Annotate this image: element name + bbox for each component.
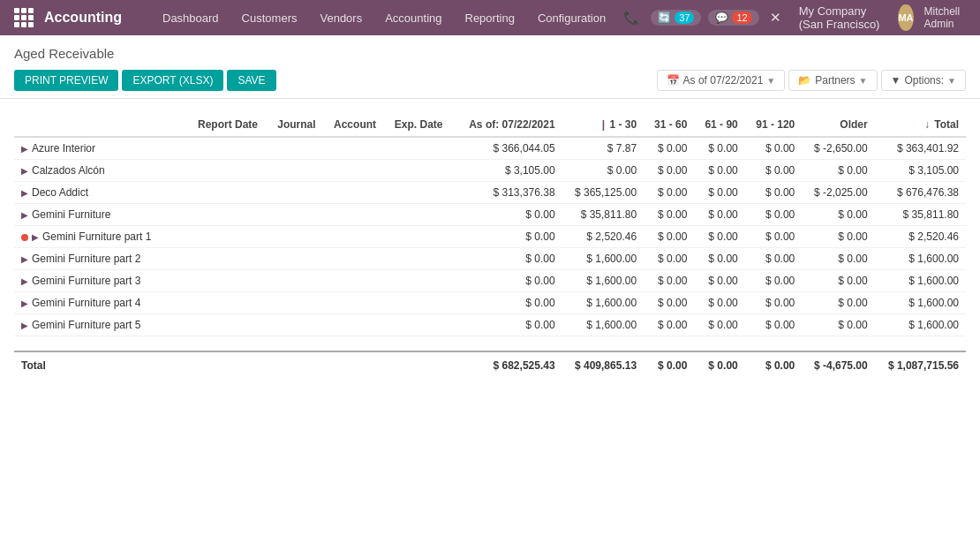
apps-icon[interactable] bbox=[14, 8, 34, 27]
user-name[interactable]: Mitchell Admin bbox=[921, 2, 967, 34]
cell-col_91_120: $ 0.00 bbox=[745, 314, 803, 336]
activity-button[interactable]: 🔄 37 bbox=[651, 10, 701, 26]
table-row: ▶Calzados Alcón$ 3,105.00$ 0.00$ 0.00$ 0… bbox=[14, 160, 966, 182]
options-filter-button[interactable]: ▼ Options: ▼ bbox=[881, 70, 967, 91]
cell-total: $ 1,600.00 bbox=[875, 248, 966, 270]
cell-older: $ 0.00 bbox=[802, 204, 874, 226]
cell-as_of: $ 0.00 bbox=[455, 204, 562, 226]
row-name-label: Gemini Furniture part 3 bbox=[32, 275, 140, 287]
cell-col-2 bbox=[327, 314, 388, 336]
cell-total: $ 676,476.38 bbox=[875, 182, 966, 204]
cell-name[interactable]: ▶Gemini Furniture bbox=[14, 204, 191, 226]
cell-total: $ 2,520.46 bbox=[875, 226, 966, 248]
col-header-total[interactable]: ↓ Total bbox=[875, 113, 966, 137]
alert-dot bbox=[21, 234, 28, 241]
date-caret-icon: ▼ bbox=[766, 76, 775, 86]
avatar[interactable]: MA bbox=[898, 4, 913, 31]
cell-col-1 bbox=[270, 137, 327, 160]
table-row: ▶Gemini Furniture part 1$ 0.00$ 2,520.46… bbox=[14, 226, 966, 248]
cell-col-1 bbox=[270, 160, 327, 182]
nav-item-accounting[interactable]: Accounting bbox=[374, 0, 452, 35]
nav-menu: Dashboard Customers Vendors Accounting R… bbox=[152, 0, 616, 35]
cell-col_1_30: $ 7.87 bbox=[562, 137, 644, 160]
row-name-label: Gemini Furniture bbox=[32, 208, 110, 221]
expand-icon[interactable]: ▶ bbox=[21, 188, 28, 198]
expand-icon[interactable]: ▶ bbox=[21, 210, 28, 220]
aged-receivable-table: Report Date Journal Account Exp. Date As… bbox=[14, 113, 966, 376]
cell-older: $ 0.00 bbox=[802, 270, 874, 292]
nav-right-section: 📞 🔄 37 💬 12 ✕ My Company (San Francisco)… bbox=[620, 2, 973, 34]
cell-as_of: $ 3,105.00 bbox=[455, 160, 562, 182]
col-1-30-sort-icon: | bbox=[602, 118, 605, 131]
expand-icon[interactable]: ▶ bbox=[21, 144, 28, 154]
nav-item-reporting[interactable]: Reporting bbox=[455, 0, 525, 35]
message-icon: 💬 bbox=[715, 11, 728, 24]
cell-name[interactable]: ▶Gemini Furniture part 2 bbox=[14, 248, 191, 270]
cell-col-3 bbox=[388, 270, 455, 292]
expand-icon[interactable]: ▶ bbox=[21, 166, 28, 176]
phone-icon[interactable]: 📞 bbox=[620, 6, 644, 29]
close-icon[interactable]: ✕ bbox=[766, 6, 785, 29]
cell-older: $ 0.00 bbox=[802, 248, 874, 270]
nav-item-vendors[interactable]: Vendors bbox=[309, 0, 373, 35]
table-row: ▶Gemini Furniture part 4$ 0.00$ 1,600.00… bbox=[14, 292, 966, 314]
expand-icon[interactable]: ▶ bbox=[21, 276, 28, 286]
cell-as_of: $ 0.00 bbox=[455, 314, 562, 336]
cell-col-2 bbox=[327, 204, 388, 226]
expand-icon[interactable]: ▶ bbox=[21, 298, 28, 308]
expand-icon[interactable]: ▶ bbox=[32, 232, 39, 242]
cell-name[interactable]: ▶Azure Interior bbox=[14, 137, 191, 160]
cell-col-0 bbox=[191, 314, 270, 336]
page-title: Aged Receivable bbox=[14, 46, 966, 61]
cell-name[interactable]: ▶Gemini Furniture part 5 bbox=[14, 314, 191, 336]
app-logo[interactable]: Accounting bbox=[7, 8, 148, 27]
partners-filter-button[interactable]: 📂 Partners ▼ bbox=[788, 70, 877, 91]
cell-col-1 bbox=[270, 248, 327, 270]
cell-name[interactable]: ▶Gemini Furniture part 3 bbox=[14, 270, 191, 292]
date-filter-button[interactable]: 📅 As of 07/22/2021 ▼ bbox=[657, 70, 786, 91]
folder-icon: 📂 bbox=[798, 74, 811, 87]
cell-col_91_120: $ 0.00 bbox=[745, 204, 803, 226]
col-header-91-120: 91 - 120 bbox=[745, 113, 803, 137]
cell-col-3 bbox=[388, 160, 455, 182]
save-button[interactable]: SAVE bbox=[227, 70, 275, 91]
row-name-label: Gemini Furniture part 2 bbox=[32, 253, 140, 265]
partners-caret-icon: ▼ bbox=[859, 76, 868, 86]
cell-older: $ -2,025.00 bbox=[802, 182, 874, 204]
company-label[interactable]: My Company (San Francisco) bbox=[792, 4, 892, 31]
options-filter-label: Options: bbox=[904, 74, 944, 87]
cell-col_31_60: $ 0.00 bbox=[644, 160, 694, 182]
total-label: Total bbox=[14, 351, 455, 376]
expand-icon[interactable]: ▶ bbox=[21, 321, 28, 330]
row-name-label: Gemini Furniture part 5 bbox=[32, 319, 140, 331]
cell-name[interactable]: ▶Deco Addict bbox=[14, 182, 191, 204]
cell-older: $ 0.00 bbox=[802, 160, 874, 182]
col-header-older: Older bbox=[802, 113, 874, 137]
nav-item-configuration[interactable]: Configuration bbox=[527, 0, 616, 35]
expand-icon[interactable]: ▶ bbox=[21, 254, 28, 264]
cell-older: $ 0.00 bbox=[802, 314, 874, 336]
messages-button[interactable]: 💬 12 bbox=[708, 10, 758, 26]
nav-item-customers[interactable]: Customers bbox=[231, 0, 308, 35]
cell-name[interactable]: ▶Gemini Furniture part 1 bbox=[14, 226, 191, 248]
table-row: ▶Azure Interior$ 366,044.05$ 7.87$ 0.00$… bbox=[14, 137, 966, 160]
col-header-1-30[interactable]: | 1 - 30 bbox=[562, 113, 644, 137]
nav-item-dashboard[interactable]: Dashboard bbox=[152, 0, 230, 35]
cell-total: $ 363,401.92 bbox=[875, 137, 966, 160]
row-name-label: Azure Interior bbox=[32, 142, 95, 155]
activity-icon: 🔄 bbox=[658, 11, 671, 24]
total-cell-older: $ -4,675.00 bbox=[802, 351, 874, 376]
cell-col-1 bbox=[270, 182, 327, 204]
cell-as_of: $ 0.00 bbox=[455, 226, 562, 248]
report-container: Report Date Journal Account Exp. Date As… bbox=[0, 99, 980, 390]
cell-col_31_60: $ 0.00 bbox=[644, 137, 694, 160]
col-header-exp-date: Exp. Date bbox=[388, 113, 455, 137]
total-cell-col_91_120: $ 0.00 bbox=[745, 351, 803, 376]
cell-name[interactable]: ▶Gemini Furniture part 4 bbox=[14, 292, 191, 314]
print-preview-button[interactable]: PRINT PREVIEW bbox=[14, 70, 118, 91]
cell-name[interactable]: ▶Calzados Alcón bbox=[14, 160, 191, 182]
cell-col-2 bbox=[327, 292, 388, 314]
table-row: ▶Gemini Furniture part 5$ 0.00$ 1,600.00… bbox=[14, 314, 966, 336]
cell-col-0 bbox=[191, 137, 270, 160]
export-xlsx-button[interactable]: EXPORT (XLSX) bbox=[122, 70, 223, 91]
